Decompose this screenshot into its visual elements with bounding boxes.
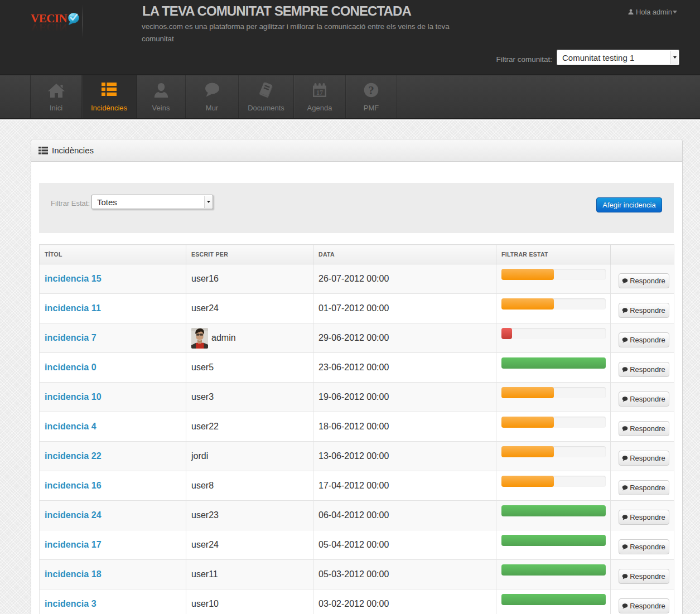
svg-text:?: ? bbox=[368, 84, 374, 97]
svg-text:17: 17 bbox=[316, 89, 323, 96]
